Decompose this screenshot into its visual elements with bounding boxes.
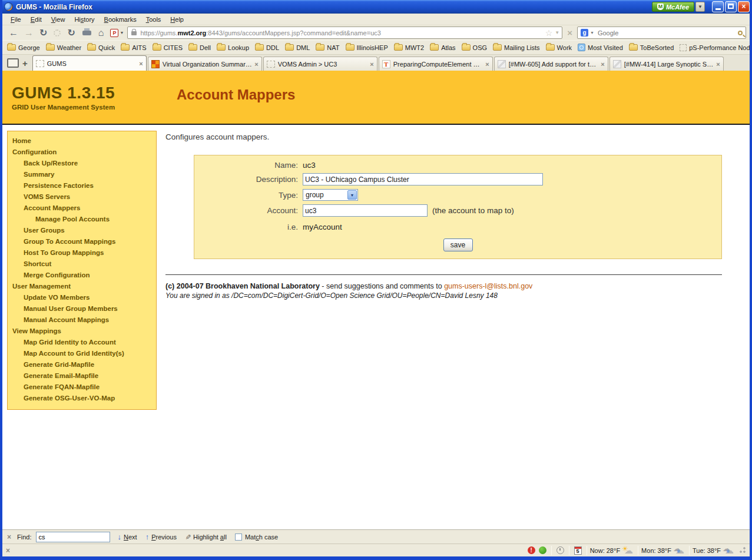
- sidebar-item-manage-pool-accounts[interactable]: Manage Pool Accounts: [8, 214, 156, 225]
- error-console-icon[interactable]: !: [528, 546, 535, 554]
- sidebar-item-generate-grid-mapfile[interactable]: Generate Grid-Mapfile: [8, 359, 156, 370]
- back-icon[interactable]: ←: [9, 27, 18, 39]
- clock-icon[interactable]: [556, 546, 564, 554]
- pdf-converter-icon[interactable]: P: [110, 29, 118, 37]
- type-select[interactable]: group ▼: [303, 189, 358, 201]
- tab-gums[interactable]: GUMS ×: [32, 55, 147, 71]
- bookmark-folder-dell[interactable]: Dell: [188, 44, 211, 51]
- sidebar-item-user-management[interactable]: User Management: [8, 281, 156, 292]
- tab-close-icon[interactable]: ×: [485, 61, 489, 68]
- bookmark-folder-tobesorted[interactable]: ToBeSorted: [629, 44, 674, 51]
- sidebar-item-merge-configuration[interactable]: Merge Configuration: [8, 270, 156, 281]
- tab-groups-icon[interactable]: [7, 58, 19, 68]
- sidebar-item-group-to-account-mappings[interactable]: Group To Account Mappings: [8, 236, 156, 247]
- mcafee-button[interactable]: M McAfee: [652, 2, 694, 12]
- bookmark-folder-work[interactable]: Work: [546, 44, 572, 51]
- bookmark-folder-illinoishep[interactable]: IllinoisHEP: [346, 44, 388, 51]
- bookmark-folder-weather[interactable]: Weather: [46, 44, 81, 51]
- tab-close-icon[interactable]: ×: [139, 60, 143, 67]
- sidebar-item-backup-restore[interactable]: Back Up/Restore: [8, 158, 156, 169]
- bookmark-most-visited[interactable]: Most Visited: [578, 44, 623, 51]
- highlight-all-button[interactable]: ✎ Highlight all: [185, 533, 227, 541]
- weather-tuesday[interactable]: Tue: 38°F ☁☁❄: [693, 546, 736, 555]
- sidebar-item-persistence-factories[interactable]: Persistence Factories: [8, 180, 156, 191]
- urlbar-dropdown-icon[interactable]: ▼: [555, 30, 559, 35]
- refresh-icon[interactable]: ↻: [39, 27, 47, 39]
- sidebar-item-generate-fqan-mapfile[interactable]: Generate FQAN-Mapfile: [8, 382, 156, 393]
- account-field[interactable]: [303, 204, 428, 217]
- findbar-close-icon[interactable]: ×: [7, 533, 11, 541]
- search-box[interactable]: g ▼ Google: [577, 26, 746, 39]
- tab-close-icon[interactable]: ×: [370, 61, 373, 68]
- maximize-button[interactable]: [725, 1, 737, 12]
- sidebar-item-manual-account-mappings[interactable]: Manual Account Mappings: [8, 314, 156, 326]
- resize-grip[interactable]: [738, 546, 746, 555]
- minimize-button[interactable]: [712, 1, 724, 12]
- menu-bookmarks[interactable]: Bookmarks: [100, 15, 141, 24]
- bookmark-folder-nat[interactable]: NAT: [316, 44, 339, 51]
- menu-edit[interactable]: Edit: [26, 15, 47, 24]
- bookmark-folder-ddl[interactable]: DDL: [255, 44, 279, 51]
- bookmark-folder-mwt2[interactable]: MWT2: [394, 44, 424, 51]
- mailing-list-link[interactable]: gums-users-l@lists.bnl.gov: [444, 282, 532, 290]
- bookmark-folder-quick[interactable]: Quick: [87, 44, 115, 51]
- new-tab-button[interactable]: +: [22, 58, 28, 68]
- sidebar-item-host-to-group-mappings[interactable]: Host To Group Mappings: [8, 247, 156, 259]
- tab-close-icon[interactable]: ×: [601, 61, 604, 68]
- search-icon[interactable]: [738, 31, 743, 35]
- sidebar-item-user-groups[interactable]: User Groups: [8, 225, 156, 236]
- mcafee-dropdown-icon[interactable]: ▼: [695, 2, 705, 12]
- tab-voms-admin[interactable]: VOMS Admin > UC3 ×: [263, 57, 377, 71]
- bookmark-folder-george[interactable]: George: [7, 44, 40, 51]
- menu-help[interactable]: Help: [165, 15, 188, 24]
- tab-close-icon[interactable]: ×: [716, 61, 720, 68]
- menu-view[interactable]: View: [47, 15, 70, 24]
- sidebar-item-generate-email-mapfile[interactable]: Generate Email-Mapfile: [8, 370, 156, 382]
- status-green-icon[interactable]: [539, 546, 546, 554]
- bookmark-folder-aits[interactable]: AITS: [121, 44, 146, 51]
- home-icon[interactable]: ⌂: [98, 27, 104, 39]
- menu-file[interactable]: File: [6, 15, 26, 24]
- search-engine-dropdown-icon[interactable]: ▼: [590, 31, 594, 35]
- find-input[interactable]: [36, 532, 110, 542]
- sidebar-item-voms-servers[interactable]: VOMS Servers: [8, 191, 156, 203]
- pdf-dropdown-icon[interactable]: ▼: [120, 31, 124, 35]
- sidebar-item-configuration[interactable]: Configuration: [8, 147, 156, 158]
- tab-mw-605[interactable]: [#MW-605] Add support for th... ×: [494, 57, 608, 71]
- find-previous-button[interactable]: ↑ Previous: [145, 532, 177, 541]
- menu-tools[interactable]: Tools: [141, 15, 166, 24]
- sidebar-item-view-mappings[interactable]: View Mappings: [8, 326, 156, 337]
- forward-icon[interactable]: →: [24, 27, 34, 39]
- weather-now[interactable]: Now: 28°F ☀☁: [590, 546, 635, 555]
- bookmark-folder-dml[interactable]: DML: [285, 44, 310, 51]
- match-case-checkbox[interactable]: Match case: [235, 534, 278, 541]
- bookmark-folder-lookup[interactable]: Lookup: [217, 44, 249, 51]
- bookmark-star-icon[interactable]: ☆: [545, 28, 553, 38]
- print-icon[interactable]: [82, 31, 91, 35]
- bookmark-folder-mailing-lists[interactable]: Mailing Lists: [493, 44, 540, 51]
- description-field[interactable]: [303, 173, 543, 185]
- bookmark-ps-performance-node[interactable]: pS-Performance Node -: [680, 44, 750, 51]
- sidebar-item-generate-osg-user-vo-map[interactable]: Generate OSG-User-VO-Map: [8, 393, 156, 404]
- bookmark-folder-atlas[interactable]: Atlas: [430, 44, 455, 51]
- close-button[interactable]: ×: [738, 1, 750, 12]
- sidebar-item-map-account-to-grid-identity[interactable]: Map Account to Grid Identity(s): [8, 348, 156, 359]
- save-button[interactable]: save: [443, 238, 473, 251]
- tab-mw-414[interactable]: [#MW-414] Large Synoptic Sur... ×: [609, 57, 724, 71]
- sidebar-item-summary[interactable]: Summary: [8, 169, 156, 180]
- address-bar[interactable]: https://gums.mwt2.org:8443/gums/accountM…: [127, 26, 562, 39]
- reload-icon[interactable]: ↻: [67, 27, 75, 39]
- stop-icon[interactable]: ×: [567, 28, 572, 38]
- sidebar-item-manual-user-group-members[interactable]: Manual User Group Members: [8, 303, 156, 314]
- tab-preparing-compute-element[interactable]: T PreparingComputeElement < R... ×: [379, 57, 493, 71]
- find-next-button[interactable]: ↓ Next: [117, 532, 137, 541]
- sidebar-item-map-grid-identity-to-account[interactable]: Map Grid Identity to Account: [8, 337, 156, 348]
- bookmark-folder-osg[interactable]: OSG: [462, 44, 487, 51]
- weather-monday[interactable]: Mon: 38°F ☁☁❄: [641, 546, 686, 555]
- statusbar-close-icon[interactable]: ×: [6, 546, 10, 555]
- tab-close-icon[interactable]: ×: [254, 61, 258, 68]
- sidebar-item-update-vo-members[interactable]: Update VO Members: [8, 292, 156, 303]
- tab-virtual-organization-summary[interactable]: Virtual Organization Summary -... ×: [148, 57, 262, 71]
- checkbox-icon[interactable]: [235, 534, 242, 541]
- sidebar-item-home[interactable]: Home: [8, 135, 156, 147]
